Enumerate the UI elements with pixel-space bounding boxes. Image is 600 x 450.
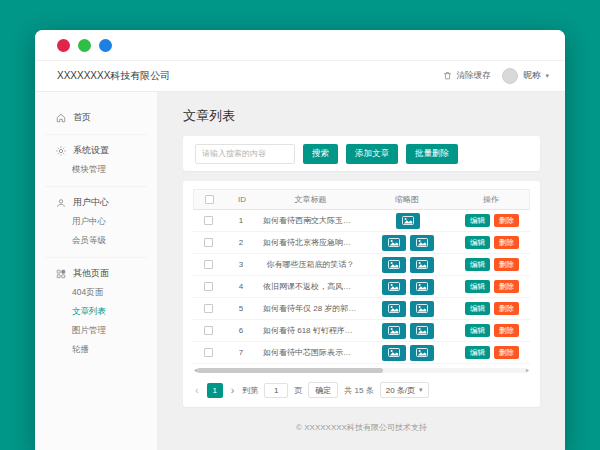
- edit-button[interactable]: 编辑: [465, 346, 490, 360]
- table-header-row: ID 文章标题 缩略图 操作: [193, 189, 530, 210]
- thumbnail-cell: [362, 213, 454, 229]
- sidebar-item-label: 图片管理: [72, 325, 106, 336]
- sidebar-item-label: 首页: [73, 112, 91, 123]
- thumbnail-image[interactable]: [410, 235, 434, 251]
- thumbnail-image[interactable]: [382, 323, 406, 339]
- next-page-button[interactable]: ›: [229, 385, 237, 395]
- row-checkbox[interactable]: [204, 326, 213, 335]
- row-id: 4: [223, 282, 259, 291]
- sidebar-item-label: 文章列表: [72, 306, 106, 317]
- sidebar-item-label: 会员等级: [72, 235, 106, 246]
- goto-prefix-label: 到第: [242, 385, 258, 396]
- thumbnail-image[interactable]: [382, 279, 406, 295]
- batch-delete-button[interactable]: 批量删除: [406, 144, 458, 164]
- delete-button[interactable]: 删除: [494, 258, 519, 272]
- search-button[interactable]: 搜索: [303, 144, 338, 164]
- delete-button[interactable]: 删除: [494, 280, 519, 294]
- window-body: 首页系统设置模块管理用户中心用户中心会员等级其他页面404页面文章列表图片管理轮…: [35, 92, 565, 450]
- goto-confirm-button[interactable]: 确定: [308, 382, 338, 398]
- home-icon: [55, 112, 66, 123]
- edit-button[interactable]: 编辑: [465, 324, 490, 338]
- delete-button[interactable]: 删除: [494, 346, 519, 360]
- edit-button[interactable]: 编辑: [465, 280, 490, 294]
- sidebar-item-404-page[interactable]: 404页面: [45, 283, 147, 302]
- edit-button[interactable]: 编辑: [465, 302, 490, 316]
- gear-icon: [55, 145, 66, 156]
- checkbox-cell: [193, 304, 223, 313]
- sidebar-group: 首页: [45, 102, 147, 135]
- pagination: ‹ 1 › 到第 页 确定 共 15 条 20 条/页 ▾: [193, 382, 530, 398]
- horizontal-scrollbar[interactable]: ◂ ▸: [195, 368, 528, 373]
- select-all-checkbox[interactable]: [205, 195, 214, 204]
- action-cell: 编辑删除: [454, 280, 530, 294]
- checkbox-cell: [193, 348, 223, 357]
- clear-cache-label: 清除缓存: [456, 70, 490, 82]
- action-cell: 编辑删除: [454, 302, 530, 316]
- row-id: 6: [223, 326, 259, 335]
- sidebar-item-other-pages[interactable]: 其他页面: [45, 264, 147, 283]
- sidebar-item-member-level[interactable]: 会员等级: [45, 231, 147, 250]
- thumbnail-image[interactable]: [396, 213, 420, 229]
- table-body: 1如何看待西南交大陈玉钰同学，修改成绩保研中...编辑删除2如何看待北京将应急响…: [193, 210, 530, 364]
- sidebar-item-system-settings[interactable]: 系统设置: [45, 141, 147, 160]
- thumbnail-cell: [362, 279, 454, 295]
- thumbnail-cell: [362, 301, 454, 317]
- thumbnail-image[interactable]: [382, 235, 406, 251]
- thumbnail-image[interactable]: [382, 257, 406, 273]
- goto-suffix-label: 页: [294, 385, 302, 396]
- page-number-current[interactable]: 1: [207, 383, 223, 398]
- minimize-window-button[interactable]: [78, 39, 91, 52]
- row-checkbox[interactable]: [204, 304, 213, 313]
- search-input[interactable]: [195, 144, 295, 164]
- scrollbar-thumb[interactable]: [197, 368, 383, 373]
- sidebar-item-image-management[interactable]: 图片管理: [45, 321, 147, 340]
- sidebar-nav: 首页系统设置模块管理用户中心用户中心会员等级其他页面404页面文章列表图片管理轮…: [35, 92, 158, 450]
- column-header-thumbnail: 缩略图: [361, 194, 453, 205]
- app-header: XXXXXXXX科技有限公司 清除缓存 昵称 ▾: [35, 61, 565, 92]
- goto-page-input[interactable]: [264, 383, 288, 398]
- scroll-right-icon[interactable]: ▸: [526, 366, 529, 373]
- sidebar-item-carousel[interactable]: 轮播: [45, 340, 147, 359]
- thumbnail-image[interactable]: [410, 257, 434, 273]
- row-checkbox[interactable]: [204, 282, 213, 291]
- delete-button[interactable]: 删除: [494, 302, 519, 316]
- row-checkbox[interactable]: [204, 216, 213, 225]
- row-checkbox[interactable]: [204, 238, 213, 247]
- thumbnail-image[interactable]: [410, 279, 434, 295]
- delete-button[interactable]: 删除: [494, 324, 519, 338]
- prev-page-button[interactable]: ‹: [193, 385, 201, 395]
- table-row: 2如何看待北京将应急响应级别提升为二级？对目...编辑删除: [193, 232, 530, 254]
- edit-button[interactable]: 编辑: [465, 236, 490, 250]
- column-header-id: ID: [224, 195, 260, 204]
- delete-button[interactable]: 删除: [494, 236, 519, 250]
- sidebar-group: 其他页面404页面文章列表图片管理轮播: [45, 258, 147, 366]
- sidebar-group: 用户中心用户中心会员等级: [45, 187, 147, 258]
- clear-cache-button[interactable]: 清除缓存: [443, 70, 490, 82]
- sidebar-item-module-management[interactable]: 模块管理: [45, 160, 147, 179]
- row-id: 5: [223, 304, 259, 313]
- edit-button[interactable]: 编辑: [465, 214, 490, 228]
- delete-button[interactable]: 删除: [494, 214, 519, 228]
- user-menu[interactable]: 昵称 ▾: [502, 68, 549, 84]
- thumbnail-image[interactable]: [382, 345, 406, 361]
- edit-button[interactable]: 编辑: [465, 258, 490, 272]
- company-name: XXXXXXXX科技有限公司: [57, 69, 170, 83]
- add-article-button[interactable]: 添加文章: [346, 144, 398, 164]
- thumbnail-cell: [362, 235, 454, 251]
- close-window-button[interactable]: [57, 39, 70, 52]
- trash-icon: [443, 71, 452, 82]
- table-row: 6如何看待 618 钉钉程序员女装带货?编辑删除: [193, 320, 530, 342]
- sidebar-item-user-center[interactable]: 用户中心: [45, 193, 147, 212]
- thumbnail-image[interactable]: [382, 301, 406, 317]
- app-window: XXXXXXXX科技有限公司 清除缓存 昵称 ▾ 首页系统设置模块管理用户中心用…: [35, 30, 565, 450]
- maximize-window-button[interactable]: [99, 39, 112, 52]
- row-checkbox[interactable]: [204, 348, 213, 357]
- sidebar-item-home[interactable]: 首页: [45, 108, 147, 127]
- thumbnail-image[interactable]: [410, 323, 434, 339]
- thumbnail-image[interactable]: [410, 345, 434, 361]
- row-checkbox[interactable]: [204, 260, 213, 269]
- page-size-select[interactable]: 20 条/页 ▾: [380, 382, 429, 398]
- sidebar-item-article-list[interactable]: 文章列表: [45, 302, 147, 321]
- sidebar-item-user-center-sub[interactable]: 用户中心: [45, 212, 147, 231]
- thumbnail-image[interactable]: [410, 301, 434, 317]
